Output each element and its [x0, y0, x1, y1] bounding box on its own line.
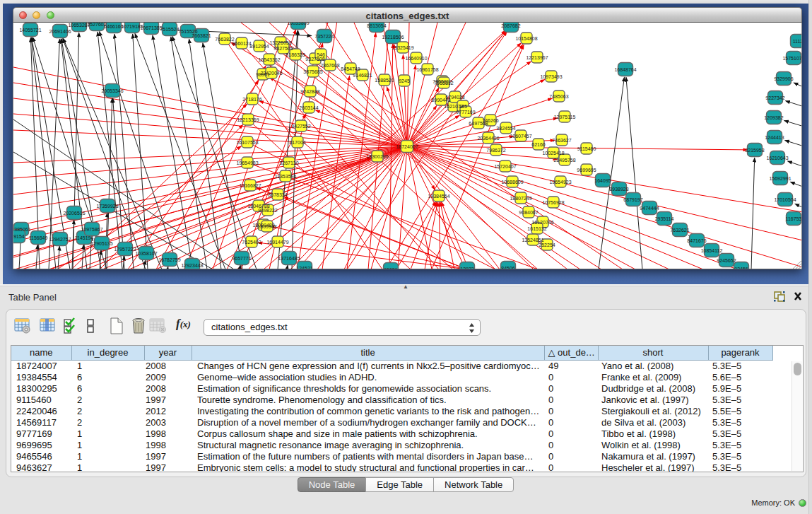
svg-text:8938928: 8938928	[609, 187, 628, 192]
svg-text:28495758: 28495758	[553, 158, 575, 163]
svg-text:9474444: 9474444	[640, 206, 659, 211]
svg-text:10607457: 10607457	[510, 134, 531, 139]
svg-text:7463627: 7463627	[552, 138, 571, 143]
svg-text:16543362: 16543362	[258, 57, 280, 62]
svg-text:9777169: 9777169	[456, 110, 475, 115]
svg-text:10358107: 10358107	[135, 251, 157, 256]
svg-text:7955812: 7955812	[434, 81, 453, 86]
svg-text:116753: 116753	[786, 216, 802, 221]
svg-text:13524851: 13524851	[522, 238, 543, 243]
svg-text:84506: 84506	[501, 266, 515, 270]
svg-text:15692991: 15692991	[769, 176, 791, 181]
svg-text:9329906: 9329906	[774, 76, 793, 81]
svg-text:1615132: 1615132	[527, 226, 546, 231]
svg-text:17010504: 17010504	[774, 197, 796, 202]
svg-text:2718176: 2718176	[242, 97, 261, 102]
svg-text:9327508: 9327508	[305, 57, 324, 62]
svg-text:16120746: 16120746	[531, 220, 553, 225]
svg-text:10975867: 10975867	[81, 227, 102, 232]
svg-text:19218506: 19218506	[382, 35, 404, 40]
svg-text:16640910: 16640910	[405, 56, 427, 61]
svg-text:546: 546	[317, 52, 325, 57]
svg-text:10756928: 10756928	[542, 200, 564, 205]
svg-text:16961758: 16961758	[416, 67, 438, 72]
svg-text:10671385: 10671385	[140, 25, 162, 30]
svg-text:124521: 124521	[296, 266, 312, 270]
svg-text:20053346: 20053346	[101, 88, 123, 93]
svg-text:9227342: 9227342	[765, 95, 784, 100]
svg-text:6794028: 6794028	[445, 95, 464, 100]
svg-text:9245652: 9245652	[717, 258, 736, 263]
svg-text:23420046: 23420046	[260, 71, 282, 76]
svg-text:20364436: 20364436	[477, 136, 499, 141]
svg-text:8912954: 8912954	[249, 44, 269, 49]
svg-text:1145194: 1145194	[75, 235, 94, 240]
svg-text:12975115: 12975115	[554, 115, 576, 119]
svg-text:62160: 62160	[531, 142, 546, 147]
svg-text:13325419: 13325419	[392, 45, 413, 50]
svg-text:15720407: 15720407	[494, 164, 516, 169]
svg-text:10973493: 10973493	[540, 74, 562, 79]
svg-text:19166827: 19166827	[239, 183, 261, 188]
svg-text:7632621: 7632621	[670, 228, 689, 233]
svg-text:1112: 1112	[793, 39, 802, 44]
svg-text:17359928: 17359928	[96, 204, 118, 209]
svg-text:7663821: 7663821	[192, 33, 211, 38]
svg-text:18300295: 18300295	[366, 154, 388, 159]
svg-text:9699695: 9699695	[577, 168, 596, 173]
svg-text:14055721: 14055721	[19, 28, 41, 33]
svg-text:19384554: 19384554	[428, 194, 449, 199]
svg-text:10025418: 10025418	[542, 151, 564, 156]
svg-text:10854112: 10854112	[701, 248, 723, 253]
svg-text:746266: 746266	[482, 118, 498, 123]
svg-text:9084067: 9084067	[519, 210, 538, 215]
svg-text:417004: 417004	[289, 140, 305, 145]
svg-text:12942757: 12942757	[49, 237, 71, 242]
svg-text:9146821: 9146821	[353, 73, 372, 78]
svg-text:9115460: 9115460	[577, 146, 596, 151]
svg-text:7986372: 7986372	[486, 148, 505, 153]
svg-text:12923448: 12923448	[181, 263, 203, 268]
svg-text:9498222: 9498222	[258, 208, 277, 213]
svg-text:7357224: 7357224	[314, 34, 334, 39]
svg-text:145: 145	[459, 104, 467, 109]
svg-text:3875685: 3875685	[303, 69, 322, 74]
svg-text:164095: 164095	[594, 178, 611, 183]
svg-text:20691406: 20691406	[49, 29, 71, 34]
svg-text:1385061: 1385061	[13, 227, 31, 232]
svg-text:19654983: 19654983	[236, 160, 258, 165]
svg-text:18807249: 18807249	[510, 196, 531, 201]
svg-text:6879197: 6879197	[623, 197, 642, 202]
svg-text:92456: 92456	[734, 267, 748, 270]
svg-text:19654923: 19654923	[549, 180, 571, 185]
svg-text:39154: 39154	[13, 234, 25, 239]
svg-text:18724007: 18724007	[396, 144, 418, 149]
svg-text:2087682: 2087682	[501, 23, 520, 28]
svg-text:1209382: 1209382	[764, 115, 783, 120]
svg-text:17957223: 17957223	[114, 247, 136, 252]
svg-text:16107553: 16107553	[236, 140, 258, 145]
svg-text:2603144: 2603144	[299, 105, 318, 110]
svg-text:12923: 12923	[460, 267, 474, 270]
svg-text:16210643: 16210643	[766, 156, 788, 160]
svg-text:8427552: 8427552	[291, 124, 310, 129]
svg-text:8454749: 8454749	[341, 66, 360, 71]
svg-text:3824554: 3824554	[496, 126, 515, 131]
svg-text:12213369: 12213369	[237, 117, 259, 122]
svg-text:2935114: 2935114	[655, 216, 674, 221]
svg-text:3267130: 3267130	[279, 160, 298, 165]
svg-text:1156849: 1156849	[29, 235, 48, 240]
svg-text:7485063: 7485063	[549, 94, 568, 99]
svg-text:9242848: 9242848	[300, 89, 319, 94]
svg-text:16033809: 16033809	[287, 23, 309, 25]
svg-text:7515524: 7515524	[160, 27, 179, 32]
svg-text:10154808: 10154808	[515, 36, 537, 41]
svg-text:16914479: 16914479	[266, 240, 288, 245]
svg-text:13716485: 13716485	[278, 256, 300, 261]
svg-text:9657771: 9657771	[232, 256, 251, 261]
svg-text:8186328: 8186328	[286, 52, 305, 57]
svg-text:252254: 252254	[539, 243, 555, 247]
svg-text:1809948: 1809948	[257, 224, 276, 229]
svg-text:1244413: 1244413	[765, 135, 784, 140]
svg-text:8660124: 8660124	[232, 41, 251, 46]
